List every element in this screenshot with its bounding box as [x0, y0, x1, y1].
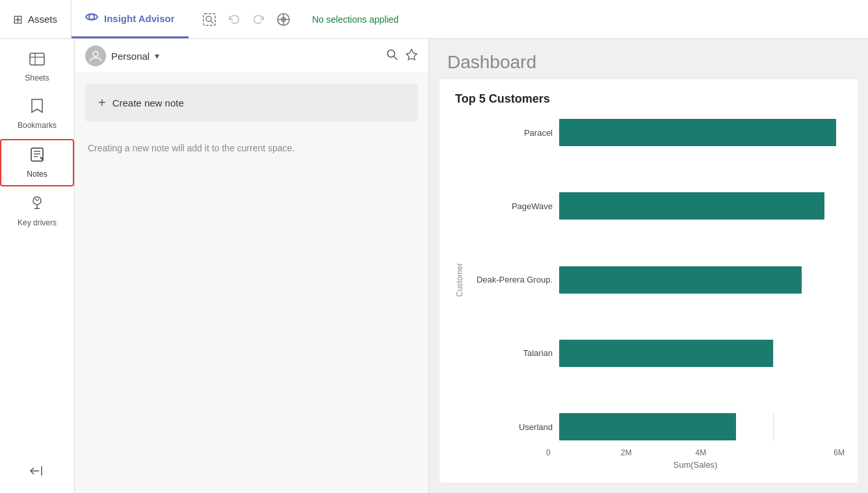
- svg-point-0: [89, 14, 94, 19]
- bar-label: Deak-Perera Group.: [468, 275, 553, 284]
- sidebar-bottom: [0, 460, 74, 493]
- x-tick: 6M: [770, 448, 845, 457]
- dashboard-title: Dashboard: [447, 52, 850, 73]
- bar-fill: [559, 413, 736, 440]
- bar-row: PageWave: [468, 192, 845, 220]
- bar-fill: [559, 192, 824, 220]
- y-axis-label: Customer: [455, 116, 464, 443]
- bar-row: Paracel: [468, 119, 845, 146]
- insight-advisor-icon: [85, 10, 99, 27]
- main-layout: Sheets Bookmarks Notes: [0, 39, 868, 493]
- create-new-note-button[interactable]: + Create new note: [85, 84, 418, 122]
- bar-track: [559, 119, 845, 146]
- selections-lock-tool[interactable]: [273, 9, 294, 30]
- bar-track: [559, 266, 845, 294]
- dashboard-title-bar: Dashboard: [429, 39, 868, 79]
- assets-nav-item[interactable]: ⊞ Assets: [0, 0, 72, 38]
- chart-inner: ParacelPageWaveDeak-Perera Group.Talaria…: [468, 116, 845, 443]
- notes-label: Notes: [27, 170, 47, 179]
- x-axis-label: Sum(Sales): [455, 460, 845, 470]
- chart-body: Customer ParacelPageWaveDeak-Perera Grou…: [455, 116, 845, 443]
- pin-notes-icon[interactable]: [405, 48, 418, 64]
- smart-search-tool[interactable]: [199, 9, 220, 30]
- bookmarks-label: Bookmarks: [18, 121, 57, 130]
- notes-panel: Personal ▾ + Create new note: [75, 39, 429, 493]
- insight-advisor-label: Insight Advisor: [104, 13, 175, 24]
- bar-track: [559, 413, 845, 440]
- create-note-label: Create new note: [112, 97, 184, 108]
- key-drivers-label: Key drivers: [18, 218, 57, 227]
- bar-track: [559, 192, 845, 220]
- plus-icon: +: [98, 95, 106, 110]
- grid-line: [773, 340, 845, 367]
- chart-title: Top 5 Customers: [455, 92, 845, 106]
- sidebar-item-notes[interactable]: Notes: [0, 139, 74, 186]
- bar-fill: [559, 340, 773, 367]
- sidebar-item-bookmarks[interactable]: Bookmarks: [0, 92, 74, 136]
- bar-row: Deak-Perera Group.: [468, 266, 845, 294]
- top-nav: ⊞ Assets Insight Advisor: [0, 0, 868, 39]
- notes-panel-header: Personal ▾: [75, 39, 428, 73]
- grid-icon: ⊞: [13, 12, 23, 27]
- insight-advisor-nav-item[interactable]: Insight Advisor: [72, 0, 189, 38]
- bookmarks-icon: [31, 98, 44, 118]
- x-tick: 4M: [696, 448, 770, 457]
- bar-label: PageWave: [468, 201, 553, 211]
- x-axis-ticks: 02M4M6M: [455, 448, 845, 457]
- bar-track: [559, 340, 845, 367]
- no-selections-label: No selections applied: [312, 14, 399, 25]
- bar-label: Userland: [468, 422, 553, 432]
- svg-rect-1: [204, 14, 215, 25]
- sheets-label: Sheets: [25, 73, 49, 82]
- search-notes-icon[interactable]: [386, 48, 399, 64]
- top5-customers-chart: Top 5 Customers Customer ParacelPageWave…: [440, 79, 858, 483]
- svg-point-24: [388, 50, 395, 57]
- notes-header-icons: [386, 48, 418, 64]
- bar-fill: [559, 119, 836, 146]
- sidebar-item-sheets[interactable]: Sheets: [0, 45, 74, 89]
- bar-row: Userland: [468, 413, 845, 440]
- svg-line-19: [35, 199, 37, 201]
- left-sidebar: Sheets Bookmarks Notes: [0, 39, 75, 493]
- svg-point-2: [206, 16, 211, 21]
- dropdown-chevron-icon: ▾: [155, 51, 159, 61]
- svg-rect-11: [31, 148, 43, 161]
- svg-line-3: [211, 21, 213, 23]
- grid-line: [773, 413, 845, 440]
- bar-label: Paracel: [468, 128, 553, 138]
- sheets-icon: [29, 52, 46, 70]
- svg-line-20: [37, 199, 39, 201]
- bar-label: Talarian: [468, 348, 553, 358]
- svg-point-23: [93, 51, 98, 57]
- redo-tool[interactable]: [248, 9, 269, 30]
- personal-label: Personal: [111, 51, 150, 62]
- collapse-sidebar-button[interactable]: [25, 460, 49, 485]
- bar-fill: [559, 266, 802, 294]
- undo-tool[interactable]: [224, 9, 244, 30]
- sidebar-item-key-drivers[interactable]: Key drivers: [0, 189, 74, 234]
- selections-status: No selections applied: [304, 14, 406, 25]
- personal-space-dropdown[interactable]: Personal ▾: [85, 45, 159, 66]
- dashboard-area: Dashboard Top 5 Customers Customer Parac…: [429, 39, 868, 493]
- svg-line-25: [394, 56, 398, 60]
- notes-empty-message: Creating a new note will add it to the c…: [75, 133, 428, 164]
- bar-row: Talarian: [468, 340, 845, 367]
- avatar: [85, 45, 106, 66]
- notes-icon: [30, 147, 44, 166]
- nav-tools: [189, 9, 304, 30]
- x-tick: 0: [546, 448, 621, 457]
- key-drivers-icon: [30, 196, 44, 215]
- assets-label: Assets: [28, 14, 57, 25]
- svg-rect-8: [30, 53, 44, 65]
- x-tick: 2M: [621, 448, 696, 457]
